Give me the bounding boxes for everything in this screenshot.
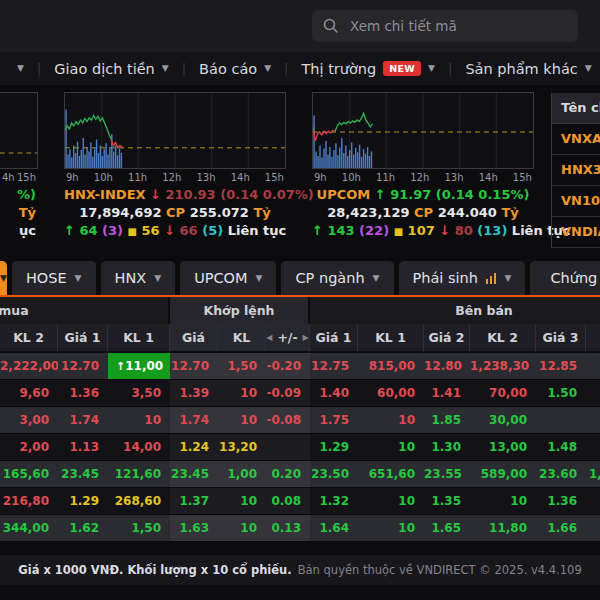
board-cell[interactable]: 11,80 [470,515,536,541]
board-cell[interactable]: 3,00 [0,407,58,433]
board-cell[interactable]: 1.63 [170,515,218,541]
board-cell[interactable]: 0.13 [266,515,310,541]
board-cell[interactable]: 70,00 [470,380,536,406]
index-list-item-vndiamond[interactable]: VNDIAMOND [552,217,600,248]
board-cell[interactable]: 1.75 [310,407,358,433]
board-cell[interactable]: 216,80 [0,488,58,514]
board-cell[interactable]: 1.74 [58,407,108,433]
board-cell[interactable]: 1.65 [424,515,470,541]
index-list-item-vn100[interactable]: VN100 [552,186,600,217]
board-cell[interactable]: 1.64 [310,515,358,541]
down-arrow-icon: ↓ [164,223,175,238]
board-cell[interactable]: -0.20 [266,353,310,379]
board-cell[interactable]: 121,60 [108,461,170,487]
board-cell[interactable]: 14,00 [108,434,170,460]
board-cell[interactable]: 1,00 [218,461,266,487]
board-cell[interactable]: 30,00 [470,407,536,433]
board-cell[interactable]: 10 [218,515,266,541]
board-cell[interactable]: 1.36 [58,380,108,406]
tab-active-partial[interactable]: ▼ [0,261,7,295]
board-cell[interactable]: 1.29 [310,434,358,460]
menu-item-san-pham-khac[interactable]: Sản phẩm khác▼ [452,61,600,77]
board-cell[interactable]: 13,20 [218,434,266,460]
board-cell[interactable]: 344,00 [0,515,58,541]
board-cell[interactable]: 10 [358,434,424,460]
board-cell[interactable]: 1.50 [536,380,586,406]
market-tab-bar: ▼ HOSE▼HNX▼UPCOM▼CP ngành▼Phái sinh▼Chứn… [0,261,600,297]
board-cell[interactable]: 1,50 [218,353,266,379]
board-cell[interactable]: 1.40 [310,380,358,406]
board-cell[interactable]: 12.75 [310,353,358,379]
menu-item-giao-dich-tien[interactable]: Giao dịch tiền▼ [41,61,181,77]
board-cell[interactable]: 12.70 [58,353,108,379]
board-cell[interactable]: 1.74 [170,407,218,433]
board-cell[interactable]: 0.20 [266,461,310,487]
board-cell[interactable]: 1,238,30 [470,353,536,379]
board-cell[interactable]: 1.66 [536,515,586,541]
search-input[interactable] [348,17,567,35]
board-cell[interactable]: 0.08 [266,488,310,514]
board-cell[interactable]: 10 [358,488,424,514]
board-cell[interactable]: 23.45 [58,461,108,487]
board-cell[interactable]: 23.60 [536,461,586,487]
board-cell[interactable]: -0.08 [266,407,310,433]
board-cell[interactable]: 1.29 [58,488,108,514]
tab-hnx[interactable]: HNX▼ [101,261,176,295]
board-cell[interactable]: 1.35 [424,488,470,514]
menu-item-thi-truong[interactable]: Thị trườngNEW▼ [288,61,448,77]
board-cell[interactable]: 815,00 [358,353,424,379]
board-cell[interactable]: 10 [218,488,266,514]
board-cell[interactable]: 23.50 [310,461,358,487]
board-cell[interactable]: 23.45 [170,461,218,487]
board-cell[interactable]: 589,00 [470,461,536,487]
index-list-item-hnx30[interactable]: HNX30 [552,155,600,186]
board-cell[interactable]: 12.70 [170,353,218,379]
board-cell[interactable]: 10 [218,407,266,433]
board-cell[interactable]: 10 [218,380,266,406]
column-header-gia-1-6: Giá 1 [310,324,358,353]
board-cell[interactable]: 1.41 [424,380,470,406]
session-status: Liên tục [228,223,287,238]
board-cell[interactable]: 1,50 [108,515,170,541]
board-cell[interactable]: 1.39 [170,380,218,406]
board-cell[interactable]: 3,50 [108,380,170,406]
board-cell[interactable]: ↑11,00 [108,353,170,379]
board-cell[interactable]: 60,00 [358,380,424,406]
board-cell[interactable]: -0.09 [266,380,310,406]
board-cell[interactable]: 10 [358,515,424,541]
board-cell[interactable]: 10 [108,407,170,433]
board-cell[interactable]: 268,60 [108,488,170,514]
board-cell[interactable]: 13,00 [470,434,536,460]
board-cell[interactable]: 1.13 [58,434,108,460]
board-cell[interactable]: 12.80 [424,353,470,379]
tab-chung-quyen[interactable]: Chứng quyền [530,261,600,295]
tab-cp-nganh[interactable]: CP ngành▼ [281,261,393,295]
search-box[interactable] [312,10,578,42]
board-cell[interactable]: 1.24 [170,434,218,460]
board-cell[interactable]: 165,60 [0,461,58,487]
board-cell[interactable]: 1.85 [424,407,470,433]
board-cell[interactable]: 10 [358,407,424,433]
board-cell[interactable]: 1.37 [170,488,218,514]
board-cell[interactable]: 1.36 [536,488,586,514]
board-cell[interactable]: 1.48 [536,434,586,460]
board-cell[interactable]: 2,222,00 [0,353,58,379]
tab-upcom[interactable]: UPCOM▼ [180,261,276,295]
index-list-item-vnxallshare[interactable]: VNXAllShare [552,124,600,155]
board-cell[interactable]: 9,60 [0,380,58,406]
board-cell[interactable]: 1.62 [58,515,108,541]
board-cell[interactable]: 651,60 [358,461,424,487]
board-cell[interactable]: 1, [586,461,600,487]
board-cell[interactable]: 10 [470,488,536,514]
board-cell[interactable]: 2,00 [0,434,58,460]
board-cell[interactable]: 1.30 [424,434,470,460]
tab-phai-sinh[interactable]: Phái sinh▼ [399,261,526,295]
menu-item-bao-cao[interactable]: Báo cáo▼ [186,61,284,77]
scroll-left-icon[interactable]: ◀ [266,333,272,342]
board-cell[interactable]: 1.32 [310,488,358,514]
menu-item-partial[interactable]: ▼ [4,64,37,73]
tab-hose[interactable]: HOSE▼ [12,261,96,295]
board-cell[interactable]: 23.55 [424,461,470,487]
board-cell[interactable]: 12.85 [536,353,586,379]
scroll-right-icon[interactable]: ▶ [303,333,309,342]
